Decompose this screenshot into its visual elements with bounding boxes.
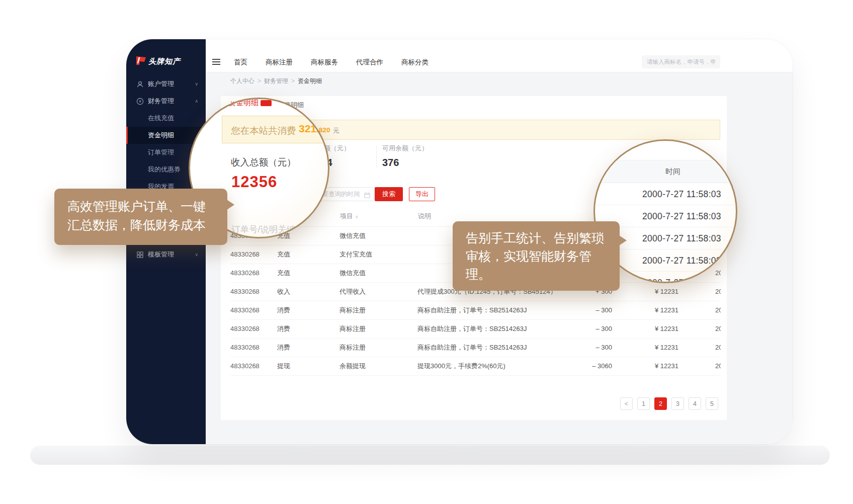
calendar-icon[interactable] (364, 191, 370, 200)
nav-item[interactable]: 首页 (234, 58, 247, 67)
cell-order-no: 48330268 (230, 319, 277, 338)
svg-text:¥: ¥ (139, 99, 141, 104)
cell-time: 2000-7-27 11:58:03 (678, 357, 721, 375)
cell-type: 充值 (277, 264, 339, 282)
sort-chevron-icon[interactable]: ∨ (355, 214, 359, 219)
callout-bubble-left: 高效管理账户订单、一键汇总数据，降低财务成本 (54, 189, 227, 245)
sidebar-item-label: 资金明细 (148, 131, 174, 140)
table-row: 48330268消费商标注册商标自助注册，订单号：SB2514263J– 300… (230, 301, 721, 319)
cell-type: 提现 (277, 357, 339, 375)
sidebar-item-account[interactable]: 账户管理∨ (126, 75, 206, 93)
cell-project: 微信充值 (339, 226, 417, 245)
pagination: <12345 (620, 397, 718, 410)
cell-project: 余额提现 (339, 357, 417, 375)
magnified-red-badge (261, 100, 272, 106)
breadcrumb: 个人中心>财务管理>资金明细 (230, 77, 322, 86)
cell-amount: – 300 (563, 338, 612, 357)
top-navigation: 首页商标注册商标服务代理合作商标分类 (234, 52, 429, 72)
nav-item[interactable]: 商标分类 (401, 58, 429, 67)
stat-label: 可用余额（元） (382, 144, 428, 153)
cell-project: 商标注册 (339, 338, 417, 357)
sidebar-item-finance[interactable]: ¥财务管理∧ (126, 93, 206, 110)
magnified-stat-label: 收入总额（元） (231, 156, 296, 169)
breadcrumb-separator: > (291, 77, 295, 85)
cell-project: 代理收入 (339, 282, 417, 301)
stat-divider (376, 146, 377, 168)
hamburger-menu-icon[interactable] (212, 59, 220, 66)
sidebar-item-label: 我的优惠券 (148, 165, 181, 174)
callout-left-text: 高效管理账户订单、一键汇总数据，降低财务成本 (67, 199, 206, 232)
sidebar-item-recharge[interactable]: 在线充值 (126, 110, 206, 127)
nav-item[interactable]: 商标注册 (266, 58, 293, 67)
magnified-time-cell: 2000-7-27 11:58:03 (595, 183, 736, 205)
cell-description: 商标自助注册，订单号：SB2514263J (417, 319, 563, 338)
cell-type: 充值 (277, 245, 339, 264)
table-row: 48330268提现余额提现提现3000元，手续费2%(60元)– 3060¥ … (230, 357, 721, 375)
breadcrumb-item[interactable]: 个人中心 (230, 77, 254, 85)
sidebar-item-label: 订单管理 (148, 148, 174, 157)
sidebar-item-templates[interactable]: 模板管理∨ (126, 246, 206, 263)
table-row: 48330268消费商标注册商标自助注册，订单号：SB2514263J– 300… (230, 338, 721, 357)
stat-block: 可用余额（元）376 (382, 144, 428, 169)
pagination-page-3[interactable]: 3 (671, 397, 684, 410)
chevron-down-icon: ∨ (195, 252, 198, 257)
magnified-time-header: 时间 (595, 160, 736, 183)
topbar: 首页商标注册商标服务代理合作商标分类 (206, 52, 793, 72)
cell-project: 支付宝充值 (339, 245, 417, 264)
stat-value: 376 (382, 157, 428, 169)
pagination-page-4[interactable]: 4 (689, 397, 701, 410)
magnified-banner-prefix: 您在本站共消费 (231, 124, 296, 137)
column-header-project[interactable]: 项目∨ (339, 206, 417, 226)
cell-order-no: 48330268 (230, 301, 277, 319)
pagination-page-5[interactable]: 5 (706, 397, 718, 410)
search-input[interactable] (642, 55, 720, 68)
cell-balance: ¥ 12231 (612, 338, 678, 357)
cell-order-no: 48330268 (230, 245, 277, 264)
sidebar-item-label: 模板管理 (148, 250, 174, 259)
cell-order-no: 48330268 (230, 357, 277, 375)
breadcrumb-separator: > (258, 77, 261, 85)
cell-project: 微信充值 (339, 264, 417, 282)
logo[interactable]: 头牌知产 (135, 56, 181, 67)
export-button[interactable]: 导出 (409, 187, 435, 201)
breadcrumb-item[interactable]: 财务管理 (264, 77, 288, 85)
callout-arrow-icon (227, 200, 234, 210)
cell-balance: ¥ 12231 (612, 357, 678, 375)
cell-amount: – 300 (563, 319, 612, 338)
search-box (642, 55, 720, 68)
pagination-page-1[interactable]: 1 (637, 397, 650, 410)
cell-project: 商标注册 (339, 301, 417, 319)
cell-description: 提现3000元，手续费2%(60元) (417, 357, 563, 375)
table-row: 48330268消费商标注册商标自助注册，订单号：SB2514263J– 300… (230, 319, 721, 338)
cell-order-no: 48330268 (230, 264, 277, 282)
user-icon (136, 80, 144, 88)
cell-amount: – 3060 (563, 357, 612, 375)
breadcrumb-item: 资金明细 (298, 77, 322, 85)
callout-arrow-icon (619, 235, 627, 245)
pagination-prev-button[interactable]: < (620, 397, 633, 410)
cell-time: 2000-7-27 11:58:03 (678, 301, 721, 319)
cell-description: 商标自助注册，订单号：SB2514263J (417, 338, 563, 357)
pagination-page-2[interactable]: 2 (654, 397, 667, 410)
callout-bubble-right: 告别手工统计、告别繁琐审核，实现智能财务管理。 (453, 221, 620, 291)
cell-description: 商标自助注册，订单号：SB2514263J (417, 301, 563, 319)
cell-balance: ¥ 12231 (612, 282, 678, 301)
cell-time: 2000-7-27 11:58:03 (678, 338, 721, 357)
template-icon (136, 251, 144, 259)
nav-item[interactable]: 商标服务 (311, 58, 338, 67)
sidebar-item-label: 在线充值 (148, 114, 174, 123)
cell-amount: – 300 (563, 301, 612, 319)
laptop-base (30, 446, 830, 465)
nav-item[interactable]: 代理合作 (356, 58, 383, 67)
logo-text: 头牌知产 (148, 57, 181, 66)
logo-caption: · · · · · · · · (148, 67, 183, 70)
chevron-up-icon: ∧ (195, 99, 198, 104)
sidebar-item-label: 账户管理 (148, 79, 174, 89)
finance-icon: ¥ (136, 98, 144, 105)
logo-icon (135, 56, 146, 67)
banner-unit: 元 (333, 127, 339, 135)
search-button[interactable]: 搜索 (375, 187, 403, 201)
callout-right-text: 告别手工统计、告别繁琐审核，实现智能财务管理。 (466, 231, 604, 281)
cell-type: 收入 (277, 282, 339, 301)
magnified-stat-value: 12356 (231, 173, 277, 191)
